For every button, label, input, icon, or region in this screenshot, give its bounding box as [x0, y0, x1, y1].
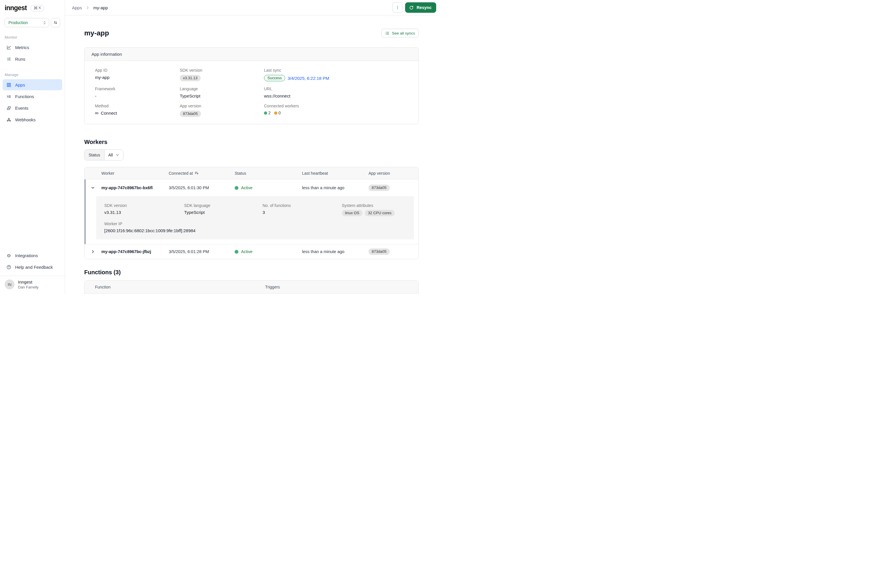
status-filter-dropdown[interactable]: All: [105, 150, 123, 160]
worker-name: my-app-747c8967bc-bx6fl: [101, 186, 169, 190]
app-root: inngest ⌘K Production Monitor Metrics: [0, 0, 438, 294]
more-actions-button[interactable]: [392, 2, 403, 13]
webhooks-nodes-icon: [6, 117, 11, 122]
chevron-right-icon: [86, 6, 90, 10]
field-method: Method ∞Connect: [95, 104, 180, 117]
field-sdk-version: SDK version v3.31.13: [180, 68, 264, 81]
inactive-workers-dot: [274, 111, 277, 115]
topbar: Apps my-app Resync: [65, 0, 438, 15]
refresh-icon: [409, 5, 414, 10]
worker-row-group-expanded: my-app-747c8967bc-bx6fl 3/5/2025, 6:01:3…: [84, 179, 419, 244]
field-url: URL wss://connect: [264, 87, 408, 98]
worker-row[interactable]: my-app-747c8967bc-jfbzj 3/5/2025, 6:01:2…: [84, 244, 419, 259]
field-app-id: App ID my-app: [95, 68, 180, 81]
workers-heading: Workers: [84, 139, 419, 146]
account-menu[interactable]: IN Inngest Dan Farrelly: [0, 276, 65, 294]
environment-settings-button[interactable]: [51, 18, 60, 27]
sort-descending-icon: [195, 171, 199, 175]
sliders-icon: [53, 20, 58, 25]
worker-name: my-app-747c8967bc-jfbzj: [101, 249, 169, 254]
worker-last-heartbeat: less than a minute ago: [302, 186, 368, 190]
detail-system-attributes: System attributes linux OS 32 CPU cores: [342, 203, 406, 216]
card-title: App information: [84, 48, 419, 61]
sdk-version-badge: v3.31.13: [180, 75, 201, 81]
sidebar-item-apps[interactable]: Apps: [3, 79, 62, 90]
collapse-row-chevron-down-icon[interactable]: [84, 186, 101, 190]
last-sync-link[interactable]: 3/4/2025, 6:22:18 PM: [287, 76, 329, 81]
attribute-badge: 32 CPU cores: [365, 210, 395, 216]
expand-row-chevron-right-icon[interactable]: [84, 249, 101, 254]
sidebar-item-webhooks[interactable]: Webhooks: [3, 114, 62, 125]
kebab-menu-icon: [395, 5, 400, 10]
worker-connected-at: 3/5/2025, 6:01:30 PM: [169, 186, 235, 190]
col-connected-at[interactable]: Connected at: [169, 171, 235, 176]
detail-worker-ip: Worker IP [2600:1f16:96c:6802:1bcc:1009:…: [104, 222, 406, 233]
environment-selector[interactable]: Production: [5, 18, 49, 27]
col-status: Status: [235, 171, 302, 176]
col-triggers: Triggers: [265, 285, 419, 290]
apps-grid-icon: [6, 82, 11, 87]
field-app-version: App version 873da05: [180, 104, 264, 117]
col-worker: Worker: [101, 171, 169, 176]
sidebar-item-metrics[interactable]: Metrics: [3, 42, 62, 53]
sidebar-item-help[interactable]: Help and Feedback: [3, 261, 62, 273]
resync-button[interactable]: Resync: [405, 2, 436, 13]
status-dot: [235, 186, 239, 190]
attribute-badge: linux OS: [342, 210, 362, 216]
sidebar-item-label: Help and Feedback: [15, 265, 53, 270]
environment-name: Production: [8, 20, 28, 25]
see-all-syncs-button[interactable]: See all syncs: [381, 29, 419, 38]
metrics-chart-icon: [6, 45, 11, 50]
sidebar-item-label: Metrics: [15, 45, 29, 50]
infinity-icon: ∞: [95, 111, 98, 116]
sidebar-item-runs[interactable]: Runs: [3, 53, 62, 64]
status-dot: [235, 250, 239, 254]
detail-sdk-language: SDK language TypeScript: [184, 203, 263, 216]
worker-status: Active: [235, 186, 302, 190]
worker-connected-at: 3/5/2025, 6:01:28 PM: [169, 249, 235, 254]
sidebar-item-functions[interactable]: Functions: [3, 91, 62, 102]
functions-heading: Functions (3): [84, 269, 419, 276]
field-last-sync: Last sync Success 3/4/2025, 6:22:18 PM: [264, 68, 408, 81]
chevron-down-icon: [115, 153, 119, 157]
sidebar-item-events[interactable]: Events: [3, 102, 62, 114]
plug-icon: [6, 253, 11, 258]
events-windows-icon: [6, 106, 11, 111]
user-name: Dan Farrelly: [18, 285, 39, 290]
app-information-card: App information App ID my-app SDK versio…: [84, 47, 419, 124]
sidebar-section-monitor: Monitor: [5, 35, 60, 39]
sidebar-item-label: Runs: [15, 57, 25, 62]
worker-last-heartbeat: less than a minute ago: [302, 249, 368, 254]
sidebar-item-integrations[interactable]: Integrations: [3, 250, 62, 261]
main-area: Apps my-app Resync: [65, 0, 438, 294]
inngest-logo: inngest: [5, 4, 27, 12]
breadcrumb-apps-link[interactable]: Apps: [72, 5, 82, 10]
command-k-shortcut[interactable]: ⌘K: [31, 5, 44, 11]
sync-status-badge: Success: [264, 75, 285, 81]
field-connected-workers: Connected workers 2 0: [264, 104, 408, 117]
workers-table: Worker Connected at Status Last heartbea…: [84, 167, 419, 259]
functions-table-header: Function Triggers: [84, 280, 419, 294]
worker-row[interactable]: my-app-747c8967bc-bx6fl 3/5/2025, 6:01:3…: [84, 179, 419, 196]
worker-app-version-badge: 873da05: [368, 248, 390, 255]
sidebar-item-label: Events: [15, 106, 29, 111]
active-workers-dot: [264, 111, 267, 115]
org-name: Inngest: [18, 279, 39, 284]
status-filter: Status All: [84, 150, 123, 160]
page-title: my-app: [84, 29, 109, 37]
list-icon: [385, 31, 389, 35]
field-language: Language TypeScript: [180, 87, 264, 98]
col-last-heartbeat: Last heartbeat: [302, 171, 368, 176]
runs-list-icon: [6, 57, 11, 62]
sidebar-section-manage: Manage: [5, 72, 60, 77]
sidebar: inngest ⌘K Production Monitor Metrics: [0, 0, 65, 294]
breadcrumb: Apps my-app: [72, 5, 108, 10]
function-row-partial: [84, 294, 419, 294]
col-app-version: App version: [368, 171, 419, 176]
sidebar-item-label: Integrations: [15, 253, 38, 258]
worker-status: Active: [235, 249, 302, 254]
col-function: Function: [95, 285, 265, 290]
field-framework: Framework -: [95, 87, 180, 98]
command-icon: ⌘: [33, 6, 38, 10]
breadcrumb-current: my-app: [93, 5, 108, 10]
